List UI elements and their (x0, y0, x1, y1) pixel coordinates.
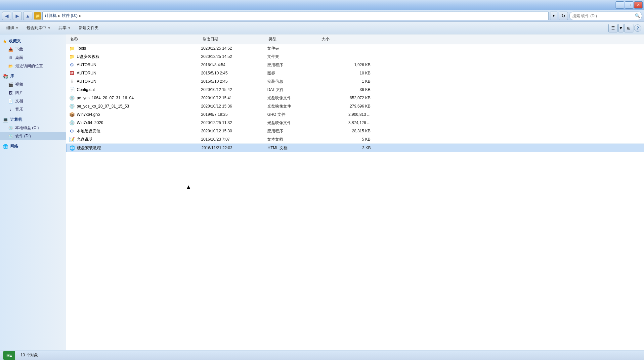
table-row[interactable]: ℹ AUTORUN 2015/5/10 2:45 安装信息 1 KB (66, 77, 644, 86)
share-button[interactable]: 共享 ▼ (55, 23, 74, 33)
sidebar-item-video-label: 视频 (15, 82, 23, 87)
table-row[interactable]: ⚙ 本地硬盘安装 2020/10/12 15:30 应用程序 28,315 KB (66, 127, 644, 135)
header-type[interactable]: 类型 (267, 36, 320, 43)
back-button[interactable]: ◀ (2, 12, 11, 20)
path-separator-2: ▶ (79, 14, 81, 18)
path-drive[interactable]: 软件 (D:) (62, 13, 77, 19)
header-date[interactable]: 修改日期 (201, 36, 267, 43)
table-row[interactable]: 📦 Win7x64.gho 2019/9/7 19:25 GHO 文件 2,90… (66, 111, 644, 119)
table-row[interactable]: 💿 pe_yqs_1064_20_07_31_16_04 2020/10/12 … (66, 94, 644, 102)
table-row[interactable]: ⚙ AUTORUN 2016/1/8 4:54 应用程序 1,926 KB (66, 61, 644, 69)
library-section: 📚 库 🎬 视频 🖼 图片 📄 文档 ♪ 音乐 (0, 72, 66, 113)
status-logo: RE (3, 351, 15, 360)
download-icon: 📥 (8, 47, 13, 52)
address-bar: ◀ ▶ ▲ 📁 计算机 ▶ 软件 (D:) ▶ ▼ ↻ 🔍 (0, 10, 644, 22)
view-toggle-button[interactable]: ☰ (608, 24, 618, 32)
address-path[interactable]: 计算机 ▶ 软件 (D:) ▶ (42, 12, 549, 20)
maximize-button[interactable]: □ (625, 1, 633, 9)
new-folder-button[interactable]: 新建文件夹 (75, 23, 102, 33)
file-icon: 📁 (69, 45, 75, 51)
file-size: 10 KB (320, 71, 373, 75)
favorites-header[interactable]: ★ 收藏夹 (0, 37, 66, 45)
file-icon: 🌐 (69, 145, 75, 151)
file-size: 28,315 KB (320, 129, 373, 133)
header-size[interactable]: 大小 (320, 36, 373, 43)
table-row[interactable]: 💿 Win7x64_2020 2020/12/25 11:32 光盘映像文件 3… (66, 119, 644, 127)
table-row[interactable]: 🖼 AUTORUN 2015/5/10 2:45 图标 10 KB (66, 69, 644, 77)
layout-button[interactable]: ⊞ (624, 24, 633, 32)
computer-header[interactable]: 💻 计算机 (0, 115, 66, 124)
file-name-cell: 💿 pe_yqs_1064_20_07_31_16_04 (69, 95, 201, 101)
file-size: 36 KB (320, 87, 373, 92)
sidebar-item-local-c[interactable]: 💿 本地磁盘 (C:) (0, 124, 66, 132)
library-header[interactable]: 📚 库 (0, 72, 66, 80)
path-computer[interactable]: 计算机 (45, 13, 57, 19)
recent-icon: 📂 (8, 64, 13, 69)
favorites-star-icon: ★ (3, 39, 7, 44)
file-type: 文本文档 (267, 137, 320, 142)
minimize-button[interactable]: ─ (616, 1, 624, 9)
up-button[interactable]: ▲ (23, 12, 32, 20)
table-row[interactable]: 📄 Config.dat 2020/10/12 15:42 DAT 文件 36 … (66, 86, 644, 94)
file-rows-container: 📁 Tools 2020/12/25 14:52 文件夹 📁 U盘安装教程 20… (66, 44, 644, 152)
file-name: AUTORUN (77, 79, 96, 84)
table-row[interactable]: 🌐 硬盘安装教程 2016/11/21 22:03 HTML 文档 3 KB (66, 144, 644, 152)
organize-button[interactable]: 组织 ▼ (3, 23, 22, 33)
file-name-cell: ⚙ 本地硬盘安装 (69, 128, 201, 134)
view-dropdown-button[interactable]: ▼ (618, 24, 623, 32)
computer-section: 💻 计算机 💿 本地磁盘 (C:) 💿 软件 (D:) (0, 115, 66, 140)
table-row[interactable]: 📁 Tools 2020/12/25 14:52 文件夹 (66, 44, 644, 53)
file-name-cell: 📁 Tools (69, 45, 201, 51)
file-type: 光盘映像文件 (267, 120, 320, 126)
sidebar-item-software-d[interactable]: 💿 软件 (D:) (0, 132, 66, 140)
sidebar-item-pictures[interactable]: 🖼 图片 (0, 89, 66, 97)
file-date: 2016/1/8 4:54 (201, 63, 267, 67)
file-name: 本地硬盘安装 (77, 128, 101, 134)
share-arrow: ▼ (68, 26, 71, 30)
refresh-button[interactable]: ↻ (559, 12, 568, 20)
file-name: Tools (77, 46, 86, 51)
table-row[interactable]: 💿 pe_yqs_xp_20_07_31_15_53 2020/10/12 15… (66, 102, 644, 111)
file-type: 光盘映像文件 (267, 104, 320, 109)
file-name: pe_yqs_1064_20_07_31_16_04 (77, 96, 134, 100)
sidebar-item-documents-label: 文档 (15, 98, 23, 104)
file-name-cell: 💿 pe_yqs_xp_20_07_31_15_53 (69, 103, 201, 109)
file-type: 安装信息 (267, 79, 320, 84)
sidebar-item-documents[interactable]: 📄 文档 (0, 97, 66, 105)
file-name: U盘安装教程 (77, 54, 100, 60)
file-name-cell: 📄 Config.dat (69, 87, 201, 93)
file-size: 3 KB (321, 146, 373, 150)
file-icon: 💿 (69, 120, 75, 126)
file-type: 光盘映像文件 (267, 95, 320, 101)
sidebar-item-music[interactable]: ♪ 音乐 (0, 105, 66, 113)
network-header[interactable]: 🌐 网络 (0, 142, 66, 151)
help-button[interactable]: ? (634, 24, 641, 32)
table-row[interactable]: 📁 U盘安装教程 2020/12/25 14:52 文件夹 (66, 53, 644, 61)
sidebar-item-desktop[interactable]: 🖥 桌面 (0, 54, 66, 62)
table-row[interactable]: 📝 光盘说明 2016/10/23 7:07 文本文档 5 KB (66, 135, 644, 144)
sidebar-item-pictures-label: 图片 (15, 90, 23, 96)
file-icon: 📄 (69, 87, 75, 93)
header-name[interactable]: 名称 (69, 36, 201, 43)
software-d-icon: 💿 (8, 134, 13, 139)
network-header-icon: 🌐 (3, 144, 8, 149)
forward-button[interactable]: ▶ (13, 12, 22, 20)
sidebar-item-local-c-label: 本地磁盘 (C:) (15, 125, 39, 131)
sidebar-item-download[interactable]: 📥 下载 (0, 45, 66, 54)
title-bar: ─ □ ✕ (0, 0, 644, 10)
search-input[interactable] (569, 12, 642, 20)
file-name-cell: 🖼 AUTORUN (69, 70, 201, 76)
sidebar-item-video[interactable]: 🎬 视频 (0, 80, 66, 89)
file-size: 279,696 KB (320, 104, 373, 109)
add-to-library-button[interactable]: 包含到库中 ▼ (23, 23, 54, 33)
search-icon[interactable]: 🔍 (634, 13, 641, 19)
sidebar-item-music-label: 音乐 (15, 107, 23, 112)
file-date: 2020/10/12 15:36 (201, 104, 267, 109)
close-button[interactable]: ✕ (634, 1, 643, 9)
file-name-cell: 📁 U盘安装教程 (69, 54, 201, 60)
sidebar-item-download-label: 下载 (15, 47, 23, 52)
address-dropdown[interactable]: ▼ (550, 12, 557, 20)
file-size: 1 KB (320, 79, 373, 84)
file-type: 应用程序 (267, 62, 320, 68)
sidebar-item-recent[interactable]: 📂 最近访问的位置 (0, 62, 66, 70)
